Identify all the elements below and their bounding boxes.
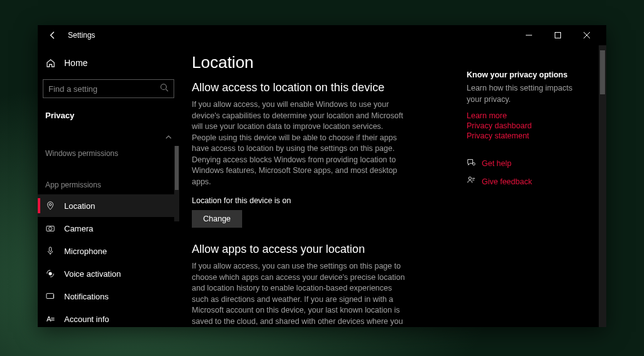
minimize-button[interactable]	[514, 25, 543, 45]
minimize-icon	[526, 32, 532, 38]
get-help-link[interactable]: Get help	[467, 158, 586, 169]
change-button[interactable]: Change	[192, 210, 242, 228]
location-status: Location for this device is on	[192, 196, 454, 205]
sidebar-item-notifications[interactable]: Notifications	[38, 285, 179, 308]
svg-point-8	[48, 227, 52, 230]
sidebar-item-camera[interactable]: Camera	[38, 217, 179, 240]
sidebar: Home Privacy Windows permissions App per…	[38, 45, 179, 327]
svg-rect-11	[47, 294, 53, 299]
feedback-icon	[467, 176, 475, 187]
chevron-up-icon	[165, 134, 172, 140]
sidebar-section-windows: Windows permissions	[38, 143, 179, 163]
content: Home Privacy Windows permissions App per…	[38, 45, 606, 327]
svg-line-5	[166, 89, 169, 92]
sidebar-item-microphone[interactable]: Microphone	[38, 240, 179, 262]
svg-point-10	[48, 272, 52, 275]
sidebar-item-account[interactable]: A≡ Account info	[38, 308, 179, 327]
sidebar-section-app: App permissions	[38, 174, 179, 194]
svg-point-4	[161, 84, 167, 90]
back-button[interactable]	[43, 25, 63, 45]
voice-icon	[45, 269, 55, 279]
maximize-button[interactable]	[543, 25, 572, 45]
home-label: Home	[64, 58, 87, 68]
sidebar-scrollbar-thumb[interactable]	[175, 146, 179, 190]
search-input[interactable]	[48, 84, 160, 94]
section1-desc: If you allow access, you will enable Win…	[192, 99, 406, 187]
section2-desc: If you allow access, you can use the set…	[192, 261, 406, 327]
account-icon: A≡	[45, 314, 55, 324]
settings-window: Settings Home	[38, 25, 606, 327]
close-button[interactable]	[572, 25, 601, 45]
titlebar: Settings	[38, 25, 606, 45]
location-icon	[45, 201, 55, 211]
sidebar-item-label: Camera	[64, 224, 93, 233]
microphone-icon	[45, 246, 55, 256]
sidebar-item-location[interactable]: Location	[38, 194, 179, 217]
svg-point-14	[469, 177, 471, 179]
svg-point-6	[49, 204, 52, 206]
app-title: Settings	[68, 31, 95, 40]
section1-title: Allow access to location on this device	[192, 81, 454, 94]
sidebar-item-voice[interactable]: Voice activation	[38, 262, 179, 285]
arrow-left-icon	[48, 31, 57, 40]
sidebar-current-category: Privacy	[38, 107, 179, 131]
section2-title: Allow apps to access your location	[192, 243, 454, 256]
main-body: Location Allow access to location on thi…	[179, 45, 467, 327]
help-label: Get help	[482, 159, 511, 168]
give-feedback-link[interactable]: Give feedback	[467, 176, 586, 187]
svg-point-13	[472, 163, 475, 165]
chevron-up[interactable]	[38, 131, 179, 143]
link-privacy-dashboard[interactable]: Privacy dashboard	[467, 121, 586, 130]
sidebar-item-label: Location	[64, 201, 95, 211]
right-pane: Know your privacy options Learn how this…	[467, 45, 599, 327]
main: Location Allow access to location on thi…	[179, 45, 606, 327]
link-privacy-statement[interactable]: Privacy statement	[467, 131, 586, 140]
sidebar-item-label: Microphone	[64, 247, 107, 256]
main-scrollbar-thumb[interactable]	[600, 50, 605, 94]
main-scrollbar[interactable]	[599, 45, 606, 327]
maximize-icon	[555, 32, 561, 38]
link-learn-more[interactable]: Learn more	[467, 111, 586, 120]
page-title: Location	[192, 53, 454, 72]
feedback-label: Give feedback	[482, 177, 532, 186]
window-controls	[514, 25, 601, 45]
svg-rect-1	[555, 33, 561, 38]
camera-icon	[45, 223, 55, 233]
help-icon	[467, 158, 475, 169]
search-box[interactable]	[43, 79, 174, 98]
sidebar-item-label: Voice activation	[64, 269, 121, 279]
search-icon	[160, 83, 169, 94]
home-icon	[45, 58, 55, 68]
close-icon	[584, 32, 590, 38]
aside-title: Know your privacy options	[467, 70, 586, 79]
sidebar-item-label: Account info	[64, 314, 109, 324]
aside-desc: Learn how this setting impacts your priv…	[467, 83, 586, 105]
sidebar-item-label: Notifications	[64, 292, 109, 301]
notifications-icon	[45, 291, 55, 301]
home-button[interactable]: Home	[38, 53, 179, 73]
svg-rect-9	[49, 247, 52, 252]
sidebar-scrollbar[interactable]	[174, 146, 179, 221]
